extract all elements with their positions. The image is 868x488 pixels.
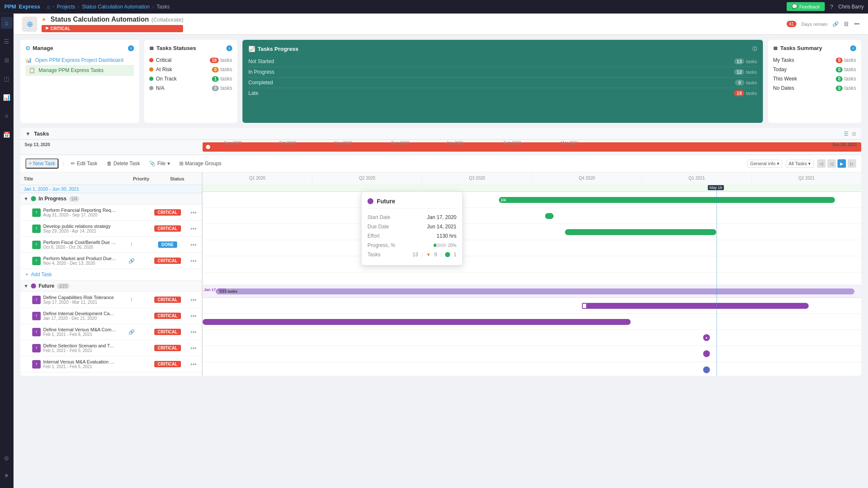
tooltip-effort-value: 1130 hrs	[437, 233, 456, 239]
nav-dot-4[interactable]: ▷	[848, 159, 856, 168]
sidebar-icon-grid[interactable]: ◫	[1, 73, 13, 85]
nav-dot-3[interactable]: ▶	[837, 159, 846, 168]
quarter-q1-2020: Q1 2020	[203, 172, 312, 185]
project-icon: ⊕	[22, 17, 37, 32]
tooltip-title: Future	[377, 198, 395, 205]
gantt-row-inprogress-group: 1/4	[203, 192, 861, 208]
alltasks-chevron: ▾	[808, 161, 811, 166]
task-priority-1-2: 🔗	[117, 329, 146, 335]
more-icon[interactable]: •••	[854, 21, 860, 27]
tooltip-color-dot	[367, 198, 373, 204]
task-more-1-1[interactable]: •••	[189, 313, 198, 319]
summary-row-thisweek: This Week 0 tasks	[773, 74, 856, 83]
add-task-0[interactable]: + Add Task	[20, 269, 202, 280]
breadcrumb-project[interactable]: Status Calculation Automation	[82, 4, 150, 10]
tasks-section-title: Tasks	[34, 130, 49, 137]
breadcrumb-tasks: Tasks	[156, 4, 170, 10]
task-row-1-0: T Define Capabilities Risk Tolerance Sep…	[20, 292, 202, 308]
share-icon[interactable]: 🔗	[832, 21, 839, 27]
month-jan: Jan 2021	[446, 141, 464, 145]
edit-task-button[interactable]: ✏ Edit Task	[68, 159, 100, 168]
task-more-0-0[interactable]: •••	[189, 209, 198, 216]
link-icon[interactable]: ⛓	[844, 21, 849, 27]
grid-view-icon[interactable]: ⊞	[852, 131, 856, 137]
sidebar-icon-star[interactable]: ★	[1, 469, 13, 481]
feedback-button[interactable]: 💬 Feedback	[787, 2, 825, 11]
quarter-q2-2021: Q2 2021	[752, 172, 861, 185]
atrisk-count: 0	[212, 67, 219, 72]
task-name-0-0: Perform Financial Reporting Requirements…	[43, 208, 117, 213]
sidebar-icon-home[interactable]: ⌂	[1, 17, 13, 29]
star-icon[interactable]: ★	[42, 17, 46, 22]
priority-icon-0-2: !	[131, 242, 132, 248]
manage-info-icon[interactable]: i	[128, 45, 134, 51]
manage-icon: ⊙	[25, 45, 30, 51]
task-date-0-0: Aug 31, 2020 - Sep 17, 2020	[43, 213, 117, 217]
sidebar-icon-calendar[interactable]: 📅	[1, 129, 13, 141]
user-name[interactable]: Chris Barry	[838, 4, 864, 10]
quarter-q3-2020: Q3 2020	[422, 172, 532, 185]
task-more-1-4[interactable]: •••	[189, 361, 198, 368]
status-row-critical: Critical 18 tasks	[149, 55, 232, 65]
inprogress-count-badge: 1/4	[69, 196, 79, 202]
task-more-0-3[interactable]: •••	[189, 258, 198, 264]
manage-tasks-link[interactable]: 📋 Manage PPM Express Tasks	[25, 65, 134, 76]
help-icon[interactable]: ?	[830, 3, 833, 10]
task-more-1-3[interactable]: •••	[189, 345, 198, 352]
days-remain-badge: 41	[787, 21, 796, 27]
separator-icon: |	[421, 252, 423, 258]
task-status-1-3: CRITICAL	[146, 345, 189, 351]
statuses-card-title: ≣ Tasks Statuses i	[149, 45, 232, 51]
task-more-0-1[interactable]: •••	[189, 225, 198, 232]
tasks-statuses-card: ≣ Tasks Statuses i Critical 18 tasks At …	[144, 40, 237, 123]
collapse-icon[interactable]: ▼	[25, 131, 31, 137]
all-tasks-filter[interactable]: All Tasks ▾	[786, 160, 814, 168]
sidebar-icon-settings[interactable]: ⚙	[1, 452, 13, 464]
summary-card-title: ≣ Tasks Summary i	[773, 45, 856, 51]
file-button[interactable]: 📎 File ▾	[147, 159, 172, 168]
statuses-info-icon[interactable]: i	[226, 45, 232, 51]
sidebar-icon-tasks[interactable]: ⊞	[1, 54, 13, 66]
summary-info-icon[interactable]: i	[850, 45, 856, 51]
task-more-0-2[interactable]: •••	[189, 241, 198, 248]
task-status-0-1: CRITICAL	[146, 225, 189, 232]
progress-pct: 20%	[448, 243, 456, 248]
future-group-bar-outer: 1/23 tasks	[216, 288, 854, 294]
critical-count: 18	[210, 58, 219, 63]
list-view-icon[interactable]: ☰	[844, 131, 849, 137]
general-info-filter[interactable]: General info ▾	[747, 160, 782, 168]
nav-dot-2[interactable]: ◁	[827, 159, 836, 168]
tooltip-complete-dot	[445, 252, 450, 257]
task-more-1-2[interactable]: •••	[189, 329, 198, 336]
bar-start-dot	[206, 145, 210, 149]
new-task-button[interactable]: + New Task	[25, 158, 58, 169]
group-future-header[interactable]: ▼ Future 1/23	[20, 280, 202, 292]
task-more-1-0[interactable]: •••	[189, 297, 198, 303]
open-dashboard-link[interactable]: 📊 Open PPM Express Project Dashboard	[25, 55, 134, 65]
sidebar-icon-list[interactable]: ≡	[1, 110, 13, 122]
sidebar-icon-menu[interactable]: ☰	[1, 36, 13, 47]
tasks-toolbar: + New Task | ✏ Edit Task 🗑 Delete Task 📎…	[20, 155, 861, 172]
task-icon-0-0: T	[32, 208, 41, 217]
gantt-row-task-0-3	[203, 256, 861, 272]
task-list-panel: Title Priority Status Jan 1, 2020 - Jun …	[20, 172, 203, 376]
breadcrumb-projects[interactable]: Projects	[57, 4, 75, 10]
today-unit: tasks	[844, 67, 856, 72]
delete-task-button[interactable]: 🗑 Delete Task	[104, 159, 142, 168]
tooltip-complete: 1	[453, 252, 456, 258]
home-icon[interactable]: ⌂	[47, 4, 50, 10]
date-start: Sep 13, 2020	[25, 142, 50, 147]
future-tooltip: Future Start Date Jan 17, 2020 Due Date …	[361, 191, 463, 266]
sidebar-icon-chart[interactable]: 📊	[1, 92, 13, 103]
completed-unit: tasks	[746, 80, 757, 85]
month-mar: Mar 2021	[561, 141, 579, 145]
app-logo: PPM Express	[4, 3, 40, 10]
task-icon-1-3: T	[32, 344, 41, 352]
summary-row-mytasks: My Tasks 0 tasks	[773, 55, 856, 65]
manage-groups-button[interactable]: ⊞ Manage Groups	[177, 159, 224, 168]
task-date-1-1: Jan 17, 2020 - Dec 21, 2020	[43, 316, 117, 321]
group-in-progress-header[interactable]: ▼ In Progress 1/4	[20, 193, 202, 205]
task-name-1-3: Define Selection Scenario and Target Per…	[43, 343, 117, 348]
progress-info-icon[interactable]: ⓘ	[752, 46, 757, 52]
nav-dot-1[interactable]: ◁	[817, 159, 826, 168]
